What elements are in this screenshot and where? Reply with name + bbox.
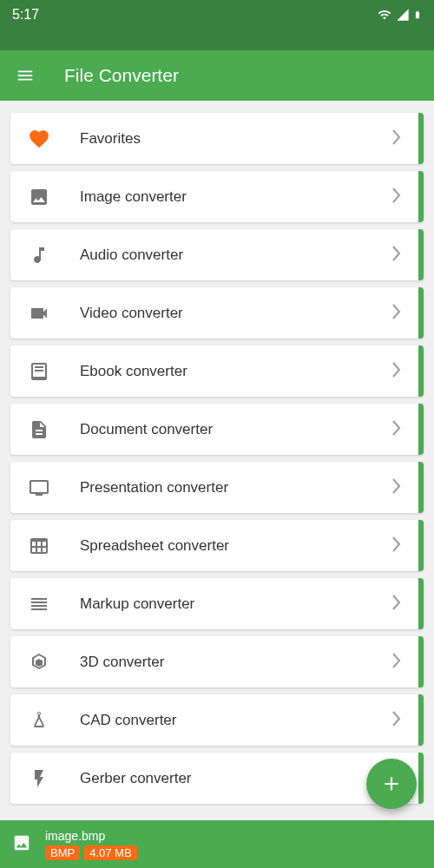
chevron-right-icon (392, 246, 401, 265)
chevron-right-icon (392, 304, 401, 323)
list-item-cad-converter[interactable]: CAD converter (10, 694, 424, 746)
add-button[interactable] (366, 759, 417, 809)
chevron-right-icon (392, 187, 401, 207)
chevron-right-icon (392, 420, 401, 439)
list-item-favorites[interactable]: Favorites (10, 113, 424, 164)
bottom-bar[interactable]: image.bmp BMP 4.07 MB (0, 820, 434, 868)
size-badge: 4.07 MB (84, 845, 136, 860)
grid-icon (28, 535, 50, 557)
list-item-document-converter[interactable]: Document converter (10, 404, 424, 455)
list-item-image-converter[interactable]: Image converter (10, 171, 424, 222)
file-image-icon (12, 833, 35, 856)
list-item-ebook-converter[interactable]: Ebook converter (10, 345, 424, 397)
list-item-spreadsheet-converter[interactable]: Spreadsheet converter (10, 520, 424, 571)
list-label: CAD converter (80, 712, 392, 729)
document-icon (28, 418, 50, 441)
status-bar: 5:17 (0, 0, 434, 50)
chevron-right-icon (392, 711, 401, 730)
list-label: Presentation converter (80, 479, 392, 496)
list-label: Audio converter (80, 247, 392, 264)
list-label: 3D converter (80, 654, 392, 671)
chevron-right-icon (392, 129, 401, 148)
list-item-video-converter[interactable]: Video converter (10, 287, 424, 339)
list-label: Markup converter (80, 595, 392, 613)
list-label: Gerber converter (80, 770, 392, 787)
bottom-filename: image.bmp (45, 829, 137, 843)
video-icon (28, 302, 50, 325)
list-item-audio-converter[interactable]: Audio converter (10, 229, 424, 280)
lines-icon (28, 593, 50, 615)
music-note-icon (28, 244, 50, 266)
list-item-markup-converter[interactable]: Markup converter (10, 578, 424, 629)
bottom-info: image.bmp BMP 4.07 MB (45, 829, 137, 860)
chevron-right-icon (392, 536, 401, 556)
battery-icon (413, 7, 422, 23)
list-label: Favorites (80, 130, 392, 148)
hamburger-icon (16, 66, 35, 85)
status-time: 5:17 (12, 7, 39, 23)
bolt-icon (28, 767, 50, 790)
list-label: Document converter (80, 421, 392, 438)
converter-list: Favorites Image converter Audio converte… (0, 101, 434, 863)
plus-icon (380, 773, 403, 795)
book-icon (28, 360, 50, 383)
list-label: Spreadsheet converter (80, 537, 392, 555)
list-label: Video converter (80, 305, 392, 322)
chevron-right-icon (392, 478, 401, 497)
bottom-badges: BMP 4.07 MB (45, 845, 137, 860)
compass-icon (28, 709, 50, 732)
signal-icon (396, 8, 410, 22)
app-bar: File Converter (0, 50, 434, 101)
status-icons (377, 7, 422, 23)
chevron-right-icon (392, 362, 401, 381)
heart-icon (28, 128, 50, 150)
menu-button[interactable] (16, 66, 35, 85)
list-item-gerber-converter[interactable]: Gerber converter (10, 753, 424, 804)
image-icon (28, 186, 50, 208)
list-label: Ebook converter (80, 363, 392, 380)
app-title: File Converter (64, 65, 179, 86)
list-item-3d-converter[interactable]: 3D converter (10, 636, 424, 687)
chevron-right-icon (392, 653, 401, 672)
list-item-presentation-converter[interactable]: Presentation converter (10, 462, 424, 513)
cubes-icon (28, 651, 50, 674)
wifi-icon (377, 8, 392, 22)
format-badge: BMP (45, 845, 80, 860)
list-label: Image converter (80, 188, 392, 206)
chevron-right-icon (392, 595, 401, 614)
monitor-icon (28, 477, 50, 499)
